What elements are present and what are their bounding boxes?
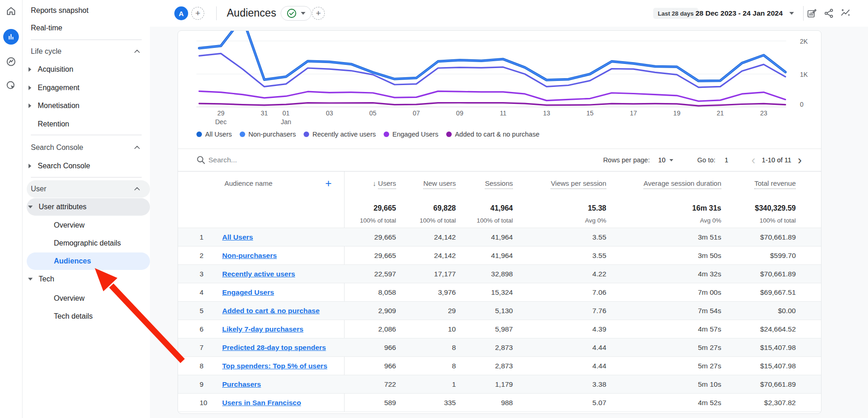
chevron-left-icon[interactable]: ‹ bbox=[750, 155, 756, 165]
totals-value: 69,828 bbox=[433, 204, 456, 212]
sidebar-item-acquisition[interactable]: Acquisition bbox=[23, 61, 150, 78]
table-row: 8Top spenders: Top 5% of users96682,8734… bbox=[178, 356, 821, 375]
insights-icon[interactable] bbox=[840, 8, 851, 19]
row-number: 7 bbox=[200, 344, 203, 351]
collapse-section-icon[interactable] bbox=[134, 187, 140, 190]
audience-link[interactable]: Purchasers bbox=[222, 380, 261, 389]
date-chevron-down-icon[interactable] bbox=[789, 12, 794, 15]
x-axis-label: 07 bbox=[407, 109, 425, 117]
sidebar-item-user-attributes[interactable]: User attributes bbox=[27, 198, 150, 216]
home-icon[interactable] bbox=[3, 3, 19, 19]
row-number: 10 bbox=[200, 399, 207, 407]
reports-icon[interactable] bbox=[3, 29, 19, 45]
sidebar-item-reports-snapshot[interactable]: Reports snapshot bbox=[23, 2, 150, 19]
expand-right-icon[interactable] bbox=[29, 164, 31, 168]
goto-page-input[interactable]: 1 bbox=[724, 156, 728, 164]
audience-link[interactable]: Recently active users bbox=[222, 270, 295, 278]
sidebar-item-overview[interactable]: Overview bbox=[23, 290, 150, 307]
cell-value: 2,909 bbox=[378, 307, 396, 315]
cell-value: 4m 57s bbox=[698, 325, 721, 333]
sidebar-item-tech[interactable]: Tech bbox=[23, 270, 150, 288]
date-preset-chip: Last 28 days bbox=[653, 8, 698, 19]
share-icon[interactable] bbox=[823, 8, 834, 19]
customise-report-icon[interactable] bbox=[806, 8, 817, 19]
audience-link[interactable]: Predicted 28-day top spenders bbox=[222, 344, 326, 352]
totals-sublabel: Avg 0% bbox=[700, 217, 721, 224]
expand-down-icon[interactable] bbox=[28, 206, 33, 208]
expand-down-icon[interactable] bbox=[28, 278, 33, 281]
column-header-average-session-duration[interactable]: Average session duration bbox=[644, 179, 721, 187]
sidebar-item-label: User bbox=[31, 185, 46, 193]
audience-link[interactable]: All Users bbox=[222, 233, 253, 241]
sidebar-item-retention[interactable]: Retention bbox=[23, 115, 150, 133]
add-comparison-button[interactable]: + bbox=[191, 7, 204, 20]
date-range-selector[interactable]: 28 Dec 2023 - 24 Jan 2024 bbox=[696, 9, 783, 17]
sidebar-item-search-console[interactable]: Search Console bbox=[23, 139, 150, 156]
explore-icon[interactable] bbox=[3, 54, 19, 69]
header-divider bbox=[216, 6, 217, 20]
expand-right-icon[interactable] bbox=[29, 67, 31, 72]
legend-label: Added to cart & no purchase bbox=[455, 131, 540, 138]
sidebar-divider bbox=[31, 40, 142, 40]
sidebar-item-monetisation[interactable]: Monetisation bbox=[23, 97, 150, 115]
report-status-badge[interactable] bbox=[281, 6, 311, 21]
table-row: 2Non-purchasers29,66524,14241,9643.553m … bbox=[178, 246, 821, 264]
column-header-total-revenue[interactable]: Total revenue bbox=[754, 179, 796, 187]
audience-link[interactable]: Engaged Users bbox=[222, 288, 274, 297]
row-number: 6 bbox=[200, 325, 203, 333]
column-header-audience-name[interactable]: Audience name bbox=[224, 179, 272, 187]
audience-link[interactable]: Users in San Francisco bbox=[222, 399, 301, 407]
collapse-section-icon[interactable] bbox=[134, 50, 140, 53]
add-report-tab-button[interactable]: + bbox=[312, 7, 325, 20]
row-number: 3 bbox=[200, 270, 203, 278]
sidebar-item-engagement[interactable]: Engagement bbox=[23, 79, 150, 97]
sidebar-item-overview[interactable]: Overview bbox=[23, 217, 150, 234]
sidebar-item-audiences[interactable]: Audiences bbox=[27, 252, 150, 270]
sidebar-item-user[interactable]: User bbox=[27, 180, 150, 198]
totals-value: 15.38 bbox=[588, 204, 606, 212]
pagination-range: 1-10 of 11 bbox=[762, 156, 791, 164]
cell-value: 7m 54s bbox=[698, 307, 721, 315]
table-row: 6Likely 7-day purchasers2,086105,9874.39… bbox=[178, 320, 821, 338]
cell-value: 7m 00s bbox=[698, 288, 721, 297]
sidebar-item-label: Search Console bbox=[31, 143, 83, 152]
legend-label: Non-purchasers bbox=[248, 131, 296, 138]
add-audience-icon[interactable]: + bbox=[325, 177, 332, 190]
property-avatar[interactable]: A bbox=[174, 6, 188, 20]
line-series-recently-active-users bbox=[199, 53, 785, 87]
audience-link[interactable]: Likely 7-day purchasers bbox=[222, 325, 304, 333]
sidebar-item-search-console[interactable]: Search Console bbox=[23, 157, 150, 175]
sidebar-item-real-time[interactable]: Real-time bbox=[23, 19, 150, 37]
expand-right-icon[interactable] bbox=[29, 86, 31, 90]
search-input[interactable] bbox=[208, 154, 383, 166]
audience-link[interactable]: Non-purchasers bbox=[222, 252, 277, 260]
sidebar-item-label: Real-time bbox=[31, 24, 62, 32]
column-header-views-per-session[interactable]: Views per session bbox=[551, 179, 606, 187]
rows-per-page-select[interactable]: 10 bbox=[658, 156, 673, 164]
cell-value: $70,661.89 bbox=[760, 233, 796, 241]
goto-label: Go to: bbox=[697, 156, 716, 164]
table-row: 3Recently active users22,59717,17732,898… bbox=[178, 264, 821, 283]
y-axis-label: 0 bbox=[800, 101, 804, 108]
cell-value: 3.55 bbox=[592, 252, 606, 260]
cell-value: 5m 27s bbox=[698, 344, 721, 352]
chevron-right-icon[interactable]: › bbox=[797, 155, 803, 165]
table-row: 5Added to cart & no purchase2,909295,130… bbox=[178, 301, 821, 320]
row-number: 2 bbox=[200, 252, 203, 259]
sidebar-item-demographic-details[interactable]: Demographic details bbox=[23, 235, 150, 252]
sidebar-item-tech-details[interactable]: Tech details bbox=[23, 308, 150, 325]
column-header-new-users[interactable]: New users bbox=[423, 179, 456, 187]
expand-right-icon[interactable] bbox=[29, 103, 31, 108]
legend-dot-icon bbox=[196, 132, 202, 137]
row-number: 5 bbox=[200, 307, 203, 315]
audience-link[interactable]: Added to cart & no purchase bbox=[222, 307, 320, 315]
column-header-users[interactable]: ↓ Users bbox=[373, 179, 396, 187]
sidebar-item-life-cycle[interactable]: Life cycle bbox=[23, 43, 150, 60]
audience-link[interactable]: Top spenders: Top 5% of users bbox=[222, 362, 328, 370]
collapse-section-icon[interactable] bbox=[134, 146, 140, 149]
cell-value: 722 bbox=[384, 380, 396, 389]
column-header-sessions[interactable]: Sessions bbox=[485, 179, 513, 187]
cell-value: 4.22 bbox=[592, 270, 606, 278]
cell-value: 1,179 bbox=[495, 380, 513, 389]
advertising-icon[interactable] bbox=[3, 78, 19, 93]
